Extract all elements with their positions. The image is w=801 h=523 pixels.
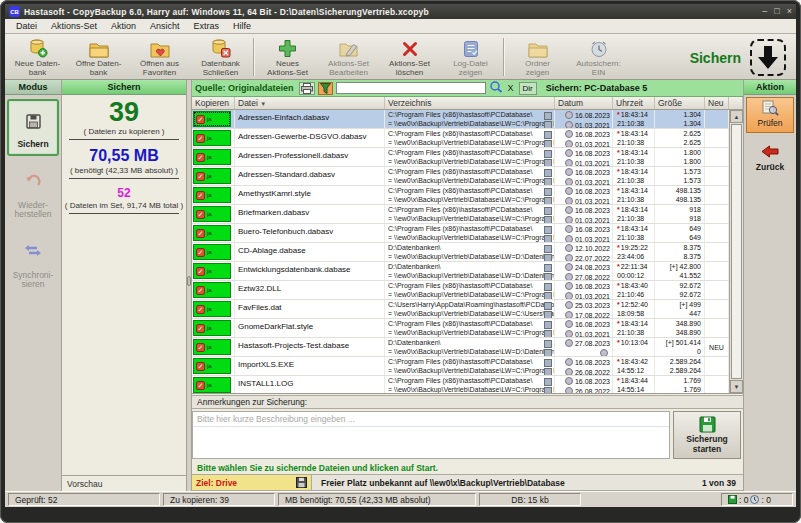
- checkbox-checked-icon[interactable]: ✓: [196, 286, 205, 295]
- table-row[interactable]: ✓jaAdressen-Gewerbe-DSGVO.dabasvC:\Progr…: [192, 129, 729, 148]
- copy-toggle[interactable]: ✓ja: [193, 301, 231, 317]
- copy-toggle[interactable]: ✓ja: [193, 377, 231, 393]
- notes-text-area[interactable]: [193, 427, 669, 458]
- file-directory: C:\Users\Harry\AppData\Roaming\hastasoft…: [385, 300, 555, 318]
- checkbox-checked-icon[interactable]: ✓: [196, 305, 205, 314]
- copy-toggle[interactable]: ✓ja: [193, 206, 231, 222]
- col-datei[interactable]: Datei ▼: [235, 97, 385, 109]
- clear-search-button[interactable]: X: [506, 83, 516, 93]
- close-button[interactable]: ×: [787, 7, 792, 16]
- table-row[interactable]: ✓jaAmethystKamri.styleC:\Program Files (…: [192, 186, 729, 205]
- show-folder-button[interactable]: Ordner zeigen: [507, 36, 568, 77]
- table-row[interactable]: ✓jaEntwicklungsdatenbank.dabaseD:\Datenb…: [192, 262, 729, 281]
- copy-toggle[interactable]: ✓ja: [193, 149, 231, 165]
- copy-toggle[interactable]: ✓ja: [193, 225, 231, 241]
- table-row[interactable]: ✓jaAdressen-Standard.dabasvC:\Program Fi…: [192, 167, 729, 186]
- dir-button[interactable]: Dir: [519, 82, 537, 95]
- menu-extras[interactable]: Extras: [188, 20, 226, 32]
- splitter-handle[interactable]: [187, 276, 191, 286]
- copy-toggle[interactable]: ✓ja: [193, 111, 231, 127]
- copy-toggle[interactable]: ✓ja: [193, 339, 231, 355]
- table-row[interactable]: ✓jaAdressen-Professionell.dabasvC:\Progr…: [192, 148, 729, 167]
- checkbox-checked-icon[interactable]: ✓: [196, 229, 205, 238]
- copy-flag: ja: [207, 135, 212, 141]
- table-row[interactable]: ✓jaBuero-Telefonbuch.dabasvC:\Program Fi…: [192, 224, 729, 243]
- file-directory: C:\Program Files (x86)\hastasoft\PCDatab…: [385, 224, 555, 242]
- changed-marker: *: [617, 187, 620, 194]
- checkbox-checked-icon[interactable]: ✓: [196, 153, 205, 162]
- zurueck-button[interactable]: Zurück: [744, 145, 796, 172]
- maximize-button[interactable]: □: [774, 7, 779, 16]
- file-times: *18:43:1421:10:38: [613, 319, 655, 337]
- minimize-button[interactable]: –: [762, 7, 767, 16]
- filter-button[interactable]: [318, 82, 333, 95]
- col-neu[interactable]: Neu: [705, 97, 729, 109]
- checkbox-checked-icon[interactable]: ✓: [196, 343, 205, 352]
- new-database-button[interactable]: Neue Daten- bank: [7, 36, 68, 77]
- scroll-down-icon[interactable]: ▼: [730, 380, 743, 393]
- col-kopieren[interactable]: Kopieren: [192, 97, 235, 109]
- table-row[interactable]: ✓jaImportXLS.EXEC:\Program Files (x86)\h…: [192, 357, 729, 376]
- copy-toggle[interactable]: ✓ja: [193, 358, 231, 374]
- autosave-toggle-button[interactable]: Autosichern: EIN: [568, 36, 629, 77]
- copy-toggle[interactable]: ✓ja: [193, 244, 231, 260]
- checkbox-checked-icon[interactable]: ✓: [196, 248, 205, 257]
- menu-hilfe[interactable]: Hilfe: [227, 20, 257, 32]
- col-groesse[interactable]: Größe: [655, 97, 705, 109]
- scroll-up-icon[interactable]: ▲: [730, 110, 743, 123]
- checkbox-checked-icon[interactable]: ✓: [196, 210, 205, 219]
- search-icon[interactable]: [489, 79, 503, 97]
- table-row[interactable]: ✓jaGnomeDarkFlat.styleC:\Program Files (…: [192, 319, 729, 338]
- copy-toggle[interactable]: ✓ja: [193, 263, 231, 279]
- mode-wiederherstellen-button[interactable]: Wieder- herstellen: [7, 160, 59, 226]
- table-row[interactable]: ✓jaFavFiles.datC:\Users\Harry\AppData\Ro…: [192, 300, 729, 319]
- search-input[interactable]: [336, 82, 486, 94]
- start-backup-button[interactable]: Sicherung starten: [673, 411, 741, 459]
- checkbox-checked-icon[interactable]: ✓: [196, 267, 205, 276]
- checkbox-checked-icon[interactable]: ✓: [196, 134, 205, 143]
- open-database-button[interactable]: Öffne Daten- bank: [68, 36, 129, 77]
- edit-action-set-button[interactable]: Aktions-Set Bearbeiten: [318, 36, 379, 77]
- copy-toggle[interactable]: ✓ja: [193, 320, 231, 336]
- menu-aktion[interactable]: Aktion: [105, 20, 142, 32]
- close-database-button[interactable]: Datenbank Schließen: [190, 36, 251, 77]
- table-row[interactable]: ✓jaCD-Ablage.dabaseD:\Datenbanken\= \\ew…: [192, 243, 729, 262]
- copy-toggle[interactable]: ✓ja: [193, 168, 231, 184]
- col-verzeichnis[interactable]: Verzeichnis: [385, 97, 555, 109]
- file-dates: 27.08.2023: [555, 338, 613, 356]
- copy-toggle[interactable]: ✓ja: [193, 187, 231, 203]
- checkbox-checked-icon[interactable]: ✓: [196, 381, 205, 390]
- table-row[interactable]: ✓jaEztw32.DLLC:\Program Files (x86)\hast…: [192, 281, 729, 300]
- toolbar-separator: [253, 38, 255, 76]
- pruefen-button[interactable]: Prüfen: [746, 97, 794, 133]
- backup-description-input[interactable]: [193, 412, 669, 427]
- vertical-scrollbar[interactable]: ▲ ▼: [729, 110, 743, 393]
- show-log-file-button[interactable]: Log-Datei zeigen: [440, 36, 501, 77]
- delete-action-set-button[interactable]: Aktions-Set löschen: [379, 36, 440, 77]
- table-row[interactable]: ✓jaAdressen-Einfach.dabasvC:\Program Fil…: [192, 110, 729, 129]
- col-uhrzeit[interactable]: Uhrzeit: [613, 97, 655, 109]
- checkbox-checked-icon[interactable]: ✓: [196, 172, 205, 181]
- copy-toggle[interactable]: ✓ja: [193, 130, 231, 146]
- table-row[interactable]: ✓jaBriefmarken.dabasvC:\Program Files (x…: [192, 205, 729, 224]
- col-datum[interactable]: Datum: [555, 97, 613, 109]
- copy-toggle[interactable]: ✓ja: [193, 282, 231, 298]
- target-drive-badge[interactable]: Ziel: Drive: [192, 475, 312, 490]
- checkbox-checked-icon[interactable]: ✓: [196, 362, 205, 371]
- checkbox-checked-icon[interactable]: ✓: [196, 324, 205, 333]
- print-button[interactable]: [299, 82, 315, 95]
- checkbox-checked-icon[interactable]: ✓: [196, 191, 205, 200]
- checkbox-checked-icon[interactable]: ✓: [196, 115, 205, 124]
- menu-aktions-set[interactable]: Aktions-Set: [45, 20, 103, 32]
- start-backup-arrow-button[interactable]: [750, 39, 786, 76]
- table-row[interactable]: ✓jaINSTALL1.LOGC:\Program Files (x86)\ha…: [192, 376, 729, 394]
- open-from-favorites-button[interactable]: Öffnen aus Favoriten: [129, 36, 190, 77]
- scrollbar-thumb[interactable]: [731, 124, 742, 379]
- new-action-set-button[interactable]: Neues Aktions-Set: [257, 36, 318, 77]
- mode-synchronisieren-button[interactable]: Synchroni- sieren: [7, 230, 59, 296]
- menu-datei[interactable]: Datei: [10, 20, 43, 32]
- table-row[interactable]: ✓jaHastasoft-Projects-Test.dabaseD:\Date…: [192, 338, 729, 357]
- mode-sichern-button[interactable]: Sichern: [7, 99, 59, 156]
- copy-flag: ja: [207, 306, 212, 312]
- menu-ansicht[interactable]: Ansicht: [144, 20, 186, 32]
